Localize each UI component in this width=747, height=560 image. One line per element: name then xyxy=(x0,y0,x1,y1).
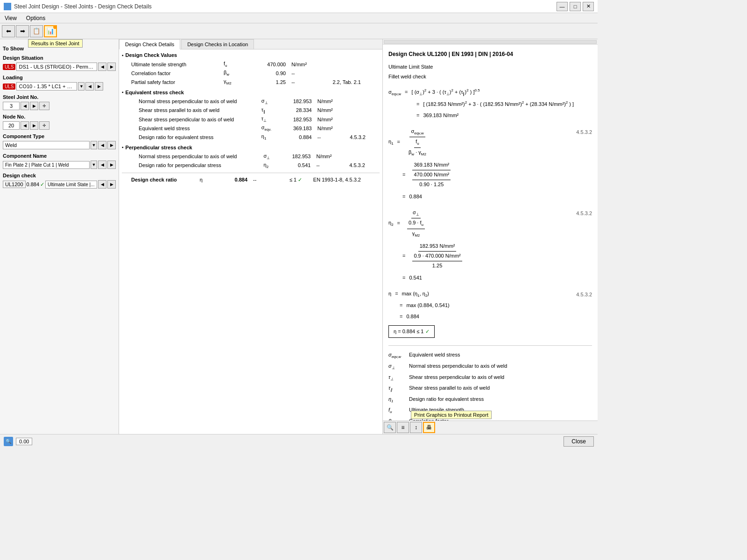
loading-prev[interactable]: ◀ xyxy=(85,82,94,91)
component-type-prev[interactable]: ◀ xyxy=(98,141,106,149)
center-panel: Design Check Details Design Checks in Lo… xyxy=(119,39,383,434)
val-nsp: 182.953 xyxy=(276,97,314,106)
component-type-next[interactable]: ▶ xyxy=(107,141,116,149)
search-status-icon[interactable]: 🔍 xyxy=(4,437,13,446)
eq3-sign: = xyxy=(416,111,419,120)
eq2-sign: = xyxy=(416,100,419,109)
table-row: Design ratio for perpendicular stress η2… xyxy=(122,161,380,170)
section-perp-stress[interactable]: ▪ Perpendicular stress check xyxy=(122,145,380,150)
table-row: Ultimate tensile strength fu 470.000 N/m… xyxy=(122,60,380,69)
eta1-frac: σeqv,w fu βw · γM2 xyxy=(404,127,431,158)
val-psf: 1.25 xyxy=(240,77,289,86)
steel-joint-pick[interactable]: ✛ xyxy=(39,102,49,110)
component-name-label: Component Name xyxy=(3,153,116,159)
component-type-dropdown[interactable]: ▼ xyxy=(91,141,97,149)
footer-btn-search[interactable]: 🔍 xyxy=(384,422,396,433)
eta1-result: 0.884 xyxy=(409,192,422,202)
eta2-sym: η2 xyxy=(388,218,394,229)
tab-bar: Design Check Details Design Checks in Lo… xyxy=(119,39,382,49)
loading-badge: ULS xyxy=(3,84,15,90)
eta2-eq: = xyxy=(397,219,400,228)
leg-desc-3: Shear stress perpendicular to axis of we… xyxy=(409,373,504,383)
minimize-button[interactable]: — xyxy=(557,2,568,11)
toolbar-btn-results[interactable]: 📊 xyxy=(44,25,57,37)
node-pick[interactable]: ✛ xyxy=(39,121,49,130)
dc-next[interactable]: ▶ xyxy=(107,180,116,189)
steel-joint-label: Steel Joint No. xyxy=(3,94,116,100)
leg-desc-5: Design ratio for equivalent stress xyxy=(409,395,484,405)
eta2-block: η2 = σ⊥ 0.9 · fu γM2 xyxy=(388,208,592,283)
dc-code: UL1200 xyxy=(3,181,26,188)
loading-next[interactable]: ▶ xyxy=(95,82,103,91)
close-button[interactable]: Close xyxy=(564,436,594,447)
formula-title: Design Check UL1200 | EN 1993 | DIN | 20… xyxy=(388,49,592,60)
val-eqvw: 369.183 xyxy=(276,124,314,133)
leg-sym-4: τ∥ xyxy=(388,384,405,394)
toolbar-btn-forward[interactable]: ➡ xyxy=(16,25,29,37)
close-button[interactable]: ✕ xyxy=(583,2,594,11)
val-drps: 0.541 xyxy=(275,161,314,170)
steel-joint-input[interactable]: 3 xyxy=(3,102,20,110)
eta2-frac: σ⊥ 0.9 · fu γM2 xyxy=(404,208,428,239)
ref-corr xyxy=(330,69,380,77)
check-content: ▪ Design Check Values Ultimate tensile s… xyxy=(119,49,382,187)
node-prev[interactable]: ◀ xyxy=(21,121,29,130)
ref-psf: 2.2, Tab. 2.1 xyxy=(330,77,380,86)
label-nsp: Normal stress perpendicular to axis of w… xyxy=(122,97,259,106)
val-dcr: 0.884 xyxy=(208,176,250,184)
section-design-check-values[interactable]: ▪ Design Check Values xyxy=(122,52,380,58)
component-type-row: Weld ▼ ◀ ▶ xyxy=(3,141,116,149)
section-label-psc: Perpendicular stress check xyxy=(126,145,192,150)
label-dcr: Design check ratio xyxy=(122,176,197,184)
design-situation-badge: ULS xyxy=(3,64,15,70)
design-check-label: Design check xyxy=(3,173,116,178)
eta2-result: 0.541 xyxy=(409,273,422,283)
legend-row-1: σeqv,w Equivalent weld stress xyxy=(388,350,592,361)
perp-stress-table: Normal stress perpendicular to axis of w… xyxy=(122,152,380,170)
eta1-eq3: = xyxy=(402,192,405,202)
unit-nsp: N/mm² xyxy=(315,97,347,106)
sym-sspe: τ⊥ xyxy=(259,115,277,124)
footer-btn-sort[interactable]: ↕ xyxy=(410,422,422,433)
unit-psf: -- xyxy=(289,77,330,86)
node-row: 20 ◀ ▶ ✛ xyxy=(3,121,116,130)
toolbar-btn-copy[interactable]: 📋 xyxy=(30,25,43,37)
sym-sspa: τ∥ xyxy=(259,106,277,115)
steel-joint-prev[interactable]: ◀ xyxy=(21,102,29,110)
component-name-next[interactable]: ▶ xyxy=(107,161,116,169)
table-row: Normal stress perpendicular to axis of w… xyxy=(122,152,380,161)
table-row: Design ratio for equivalent stress η1 0.… xyxy=(122,133,380,141)
tab-design-check-details[interactable]: Design Check Details xyxy=(119,39,180,49)
component-type-label: Component Type xyxy=(3,133,116,139)
component-name-dropdown[interactable]: ▼ xyxy=(91,161,97,169)
steel-joint-next[interactable]: ▶ xyxy=(30,102,38,110)
tab-design-checks-location[interactable]: Design Checks in Location xyxy=(181,39,254,49)
menu-options[interactable]: Options xyxy=(23,14,48,22)
ref-pnsp xyxy=(346,152,380,161)
unit-eqvw: N/mm² xyxy=(315,124,347,133)
component-name-value: Fin Plate 2 | Plate Cut 1 | Weld xyxy=(3,161,90,169)
formula-content: Design Check UL1200 | EN 1993 | DIN | 20… xyxy=(383,45,598,434)
footer-btn-print[interactable]: 🖶 xyxy=(423,422,435,433)
maximize-button[interactable]: □ xyxy=(570,2,581,11)
design-situation-next[interactable]: ▶ xyxy=(107,63,116,71)
node-input[interactable]: 20 xyxy=(3,121,20,130)
limit-dcr: ≤ 1 ✓ xyxy=(287,176,310,184)
footer-btn-list[interactable]: ≡ xyxy=(397,422,409,433)
sym-corr: βw xyxy=(221,69,240,77)
component-name-prev[interactable]: ◀ xyxy=(98,161,106,169)
loading-dropdown[interactable]: ▼ xyxy=(78,82,85,91)
eta1-block: η1 = σeqv,w fu βw · γM2 xyxy=(388,127,592,202)
eta-check-block: η = 0.884 ≤ 1 ✓ xyxy=(388,325,592,338)
window-title: Steel Joint Design - Steel Joints - Desi… xyxy=(14,3,152,10)
node-next[interactable]: ▶ xyxy=(30,121,38,130)
label-eqvw: Equivalent weld stress xyxy=(122,124,259,133)
toolbar-btn-back[interactable]: ⬅ xyxy=(2,25,15,37)
table-row: Shear stress parallel to axis of weld τ∥… xyxy=(122,106,380,115)
section-equiv-stress[interactable]: ▪ Equivalent stress check xyxy=(122,90,380,95)
menu-view[interactable]: View xyxy=(2,14,20,22)
steel-joint-row: 3 ◀ ▶ ✛ xyxy=(3,102,116,110)
design-situation-prev[interactable]: ◀ xyxy=(98,63,106,71)
ref-sspa xyxy=(347,106,380,115)
dc-prev[interactable]: ◀ xyxy=(98,180,106,189)
